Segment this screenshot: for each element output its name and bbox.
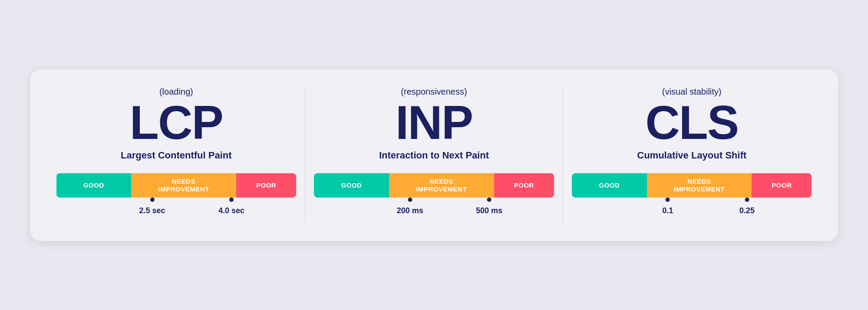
cls-marker2: 0.25 — [739, 198, 755, 215]
lcp-bar-container: GOOD NEEDSIMPROVEMENT POOR 2.5 sec 4.0 s… — [56, 173, 297, 224]
inp-bar-good: GOOD — [314, 173, 389, 198]
main-card: (loading) LCP Largest Contentful Paint G… — [30, 69, 838, 241]
inp-marker2-label: 500 ms — [476, 206, 502, 215]
cls-bar-needs: NEEDSIMPROVEMENT — [647, 173, 752, 198]
inp-bar-needs: NEEDSIMPROVEMENT — [389, 173, 494, 198]
cls-fullname: Cumulative Layout Shift — [637, 150, 746, 161]
inp-markers: 200 ms 500 ms — [314, 198, 554, 224]
cls-bar-poor: POOR — [752, 173, 812, 198]
lcp-marker2-label: 4.0 sec — [218, 206, 244, 215]
divider-1 — [305, 87, 305, 224]
lcp-bar-needs: NEEDSIMPROVEMENT — [131, 173, 236, 198]
lcp-fullname: Largest Contentful Paint — [121, 150, 231, 161]
lcp-marker2-dot — [229, 198, 234, 202]
lcp-section: (loading) LCP Largest Contentful Paint G… — [56, 87, 297, 224]
lcp-marker2: 4.0 sec — [218, 198, 244, 215]
inp-marker2-dot — [487, 198, 492, 202]
lcp-marker1-label: 2.5 sec — [139, 206, 165, 215]
inp-marker1-dot — [408, 198, 412, 202]
lcp-bar-poor: POOR — [236, 173, 296, 198]
cls-acronym: CLS — [645, 99, 738, 146]
cls-markers: 0.1 0.25 — [572, 198, 812, 224]
inp-bar: GOOD NEEDSIMPROVEMENT POOR — [314, 173, 554, 198]
inp-marker2: 500 ms — [476, 198, 502, 215]
inp-section: (responsiveness) INP Interaction to Next… — [314, 87, 554, 224]
cls-marker1: 0.1 — [662, 198, 673, 215]
inp-marker1-label: 200 ms — [397, 206, 423, 215]
lcp-acronym: LCP — [130, 99, 223, 146]
inp-acronym: INP — [396, 99, 472, 146]
inp-bar-container: GOOD NEEDSIMPROVEMENT POOR 200 ms 500 ms — [314, 173, 554, 224]
lcp-bar-good: GOOD — [56, 173, 132, 198]
inp-fullname: Interaction to Next Paint — [379, 150, 489, 161]
lcp-marker1: 2.5 sec — [139, 198, 165, 215]
cls-marker1-dot — [666, 198, 670, 202]
cls-section: (visual stability) CLS Cumulative Layout… — [572, 87, 812, 224]
lcp-markers: 2.5 sec 4.0 sec — [56, 198, 297, 224]
cls-marker1-label: 0.1 — [662, 206, 673, 215]
cls-marker2-dot — [745, 198, 749, 202]
lcp-bar: GOOD NEEDSIMPROVEMENT POOR — [56, 173, 297, 198]
cls-bar-good: GOOD — [572, 173, 647, 198]
cls-bar: GOOD NEEDSIMPROVEMENT POOR — [572, 173, 812, 198]
inp-bar-poor: POOR — [494, 173, 554, 198]
cls-bar-container: GOOD NEEDSIMPROVEMENT POOR 0.1 0.25 — [572, 173, 812, 224]
divider-2 — [563, 87, 563, 224]
lcp-marker1-dot — [150, 198, 155, 202]
inp-marker1: 200 ms — [397, 198, 423, 215]
cls-marker2-label: 0.25 — [739, 206, 755, 215]
